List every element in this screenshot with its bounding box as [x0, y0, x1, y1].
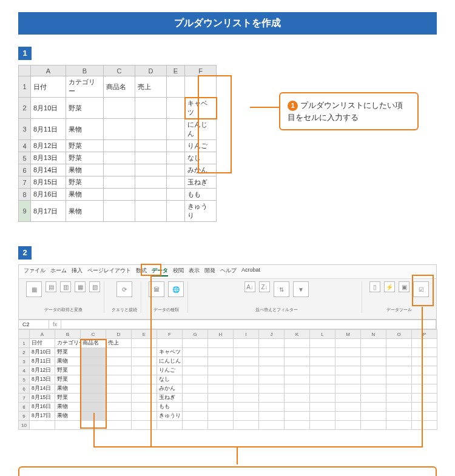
cell[interactable]: [335, 348, 361, 357]
formula-input[interactable]: [61, 320, 436, 329]
col-header[interactable]: F: [157, 330, 183, 339]
cell[interactable]: 果物: [66, 189, 104, 201]
cell[interactable]: [132, 339, 157, 348]
cell[interactable]: [335, 384, 361, 394]
cell[interactable]: [234, 339, 259, 348]
row-header[interactable]: 9: [19, 201, 31, 222]
cell[interactable]: 8月17日: [31, 201, 66, 222]
cell[interactable]: 売上: [135, 76, 167, 98]
cell[interactable]: [81, 357, 106, 366]
cell[interactable]: [412, 357, 437, 366]
cell[interactable]: [208, 357, 234, 366]
cell[interactable]: [183, 421, 208, 430]
cell[interactable]: 野菜: [66, 140, 104, 152]
cell[interactable]: [132, 403, 157, 412]
cell[interactable]: [259, 421, 285, 430]
cell[interactable]: [167, 76, 185, 98]
cell[interactable]: 8月14日: [30, 384, 55, 394]
cell[interactable]: 野菜: [66, 98, 104, 119]
cell[interactable]: 売上: [106, 339, 132, 348]
cell[interactable]: [259, 412, 285, 421]
cell[interactable]: [412, 366, 437, 375]
cell[interactable]: もも: [185, 189, 217, 201]
cell[interactable]: [135, 119, 167, 140]
cell[interactable]: [259, 375, 285, 384]
cell[interactable]: [104, 140, 135, 152]
cell[interactable]: 8月15日: [31, 176, 66, 189]
tab-view[interactable]: 表示: [189, 267, 200, 277]
cell[interactable]: 野菜: [55, 366, 81, 375]
cell[interactable]: [386, 357, 412, 366]
cell[interactable]: [234, 357, 259, 366]
cell[interactable]: [132, 384, 157, 394]
cell[interactable]: 果物: [55, 412, 81, 421]
row-header[interactable]: 7: [19, 176, 31, 189]
cell[interactable]: [167, 140, 185, 152]
cell[interactable]: 8月11日: [30, 357, 55, 366]
cell[interactable]: [135, 98, 167, 119]
cell[interactable]: [106, 357, 132, 366]
remove-duplicates-icon[interactable]: ▣: [399, 281, 410, 292]
cell[interactable]: 8月11日: [31, 119, 66, 140]
cell[interactable]: 8月13日: [31, 152, 66, 164]
row-header[interactable]: 4: [19, 140, 31, 152]
cell[interactable]: キャベツ: [185, 98, 217, 119]
cell[interactable]: [132, 348, 157, 357]
cell[interactable]: [386, 339, 412, 348]
cell[interactable]: [310, 384, 335, 394]
col-header[interactable]: A: [30, 330, 55, 339]
cell[interactable]: [183, 412, 208, 421]
cell[interactable]: [310, 403, 335, 412]
cell[interactable]: 果物: [55, 384, 81, 394]
cell[interactable]: [234, 384, 259, 394]
cell[interactable]: 8月17日: [30, 412, 55, 421]
cell[interactable]: [335, 421, 361, 430]
col-header[interactable]: B: [55, 330, 81, 339]
cell[interactable]: 日付: [30, 339, 55, 348]
tab-help[interactable]: ヘルプ: [220, 267, 237, 277]
cell[interactable]: カテゴリー: [55, 339, 81, 348]
cell[interactable]: [386, 412, 412, 421]
col-header[interactable]: M: [335, 330, 361, 339]
col-header[interactable]: O: [386, 330, 412, 339]
tab-file[interactable]: ファイル: [24, 267, 46, 277]
cell[interactable]: [285, 394, 310, 403]
cell[interactable]: 野菜: [66, 176, 104, 189]
cell[interactable]: [310, 339, 335, 348]
cell[interactable]: [285, 384, 310, 394]
cell[interactable]: [310, 348, 335, 357]
cell[interactable]: [386, 348, 412, 357]
geography-icon[interactable]: 🌐: [168, 281, 184, 297]
cell[interactable]: 果物: [66, 119, 104, 140]
col-header[interactable]: D: [106, 330, 132, 339]
tab-insert[interactable]: 挿入: [72, 267, 83, 277]
tab-review[interactable]: 校閲: [173, 267, 184, 277]
cell[interactable]: きゅうり: [157, 412, 183, 421]
tab-home[interactable]: ホーム: [50, 267, 67, 277]
fx-label[interactable]: fx: [49, 320, 61, 329]
cell[interactable]: 果物: [55, 357, 81, 366]
cell[interactable]: [157, 421, 183, 430]
cell[interactable]: [310, 412, 335, 421]
cell[interactable]: [259, 357, 285, 366]
cell[interactable]: [183, 403, 208, 412]
cell[interactable]: [412, 403, 437, 412]
col-header[interactable]: D: [135, 65, 167, 76]
cell[interactable]: [234, 412, 259, 421]
cell[interactable]: [285, 366, 310, 375]
cell[interactable]: [310, 357, 335, 366]
cell[interactable]: [106, 375, 132, 384]
cell[interactable]: [361, 394, 386, 403]
cell[interactable]: [412, 375, 437, 384]
cell[interactable]: [361, 375, 386, 384]
cell[interactable]: [104, 189, 135, 201]
cell[interactable]: 8月15日: [30, 394, 55, 403]
cell[interactable]: [208, 412, 234, 421]
cell[interactable]: [285, 348, 310, 357]
cell[interactable]: 8月12日: [31, 140, 66, 152]
cell[interactable]: [106, 348, 132, 357]
col-header[interactable]: E: [167, 65, 185, 76]
cell[interactable]: [106, 394, 132, 403]
cell[interactable]: [183, 394, 208, 403]
cell[interactable]: [167, 164, 185, 176]
